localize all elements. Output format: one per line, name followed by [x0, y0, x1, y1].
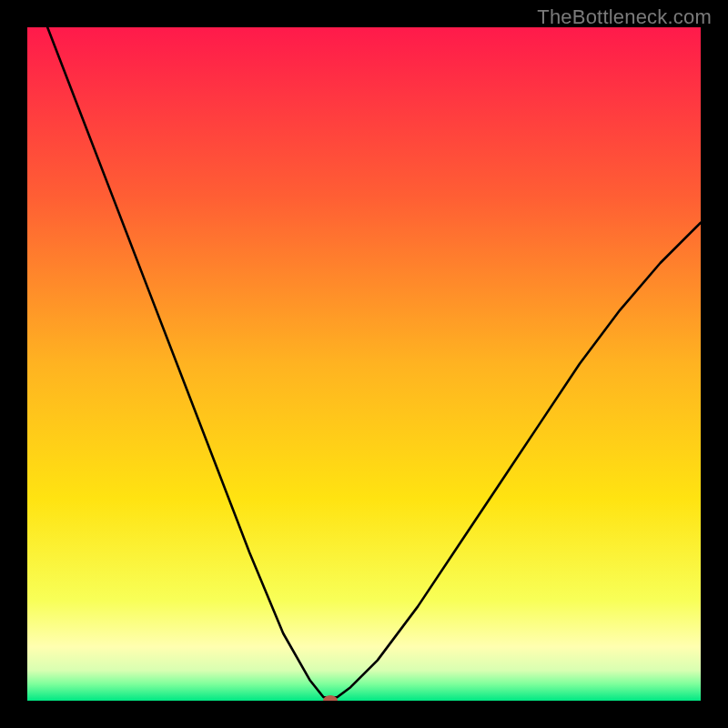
plot-area [27, 27, 701, 701]
chart-frame: TheBottleneck.com [0, 0, 728, 728]
bottleneck-chart [27, 27, 701, 701]
gradient-background [27, 27, 701, 701]
watermark-text: TheBottleneck.com [537, 5, 712, 29]
